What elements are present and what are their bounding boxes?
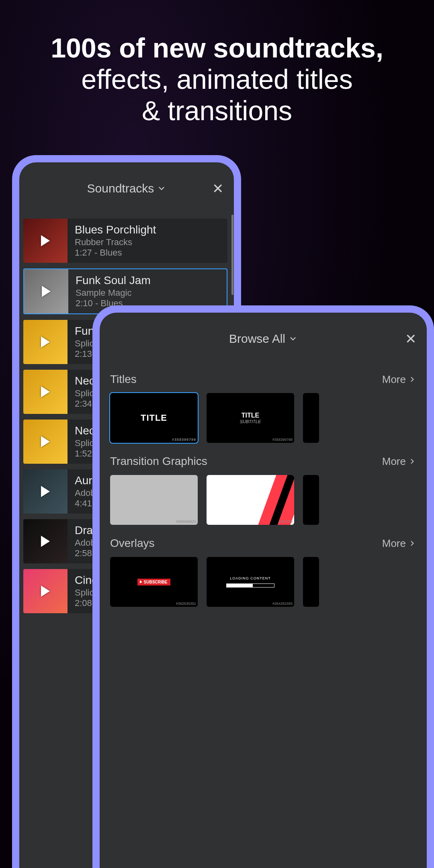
browse-section: TitlesMoreTITLE#358399789TITLESUBTITLE#3… xyxy=(100,365,427,447)
scrollbar[interactable] xyxy=(231,215,233,295)
progress-bar xyxy=(226,583,274,588)
asset-card[interactable] xyxy=(303,475,319,525)
section-title: Transition Graphics xyxy=(110,455,207,468)
asset-card[interactable]: #358399823 xyxy=(110,475,198,525)
play-icon xyxy=(41,585,50,597)
card-row: TITLE#358399789TITLESUBTITLE#358399788 xyxy=(110,393,416,443)
play-icon xyxy=(41,336,50,348)
card-id-tag: #362635351 xyxy=(176,602,196,606)
browse-header[interactable]: Browse All ✕ xyxy=(100,313,427,365)
section-title: Titles xyxy=(110,373,137,386)
asset-card[interactable]: SUBSCRIBE#362635351 xyxy=(110,557,198,607)
track-thumb[interactable] xyxy=(23,420,68,464)
card-id-tag: #358399789 xyxy=(172,438,196,442)
headline-line-2: effects, animated titles xyxy=(81,64,352,94)
asset-card[interactable]: LOADING CONTENT#264281555 xyxy=(207,557,294,607)
card-row: SUBSCRIBE#362635351LOADING CONTENT#26428… xyxy=(110,557,416,607)
asset-card[interactable]: TITLE#358399789 xyxy=(110,393,198,443)
track-meta: Funk Soul JamSample Magic2:10 - Blues xyxy=(68,274,151,309)
chevron-right-icon xyxy=(408,375,416,383)
browse-section: Transition GraphicsMore#358399823#282367… xyxy=(100,447,427,529)
track-row[interactable]: Blues PorchlightRubber Tracks1:27 - Blue… xyxy=(23,219,227,263)
play-icon xyxy=(140,580,142,583)
track-thumb[interactable] xyxy=(24,269,68,313)
track-thumb[interactable] xyxy=(23,519,68,563)
headline-bold: 100s of new soundtracks, xyxy=(51,33,383,63)
card-text: LOADING CONTENT xyxy=(230,576,271,580)
section-title: Overlays xyxy=(110,537,154,550)
soundtracks-header-label: Soundtracks xyxy=(87,182,154,195)
track-artist: Sample Magic xyxy=(76,288,151,298)
browse-body: TitlesMoreTITLE#358399789TITLESUBTITLE#3… xyxy=(100,365,427,868)
more-label: More xyxy=(382,537,406,550)
track-thumb[interactable] xyxy=(23,569,68,613)
track-title: Funk Soul Jam xyxy=(76,274,151,287)
marketing-headline: 100s of new soundtracks, effects, animat… xyxy=(0,0,434,127)
chevron-down-icon xyxy=(289,334,297,343)
card-row: #358399823#282367979 xyxy=(110,475,416,525)
browse-panel: Browse All ✕ TitlesMoreTITLE#358399789TI… xyxy=(92,305,434,868)
subscribe-pill: SUBSCRIBE xyxy=(137,579,171,585)
play-icon xyxy=(41,486,50,497)
card-id-tag: #358399788 xyxy=(272,438,293,442)
more-label: More xyxy=(382,373,406,386)
track-meta: Blues PorchlightRubber Tracks1:27 - Blue… xyxy=(68,223,156,258)
more-button[interactable]: More xyxy=(382,373,416,386)
card-subtext: SUBTITLE xyxy=(240,419,261,424)
asset-card[interactable]: TITLESUBTITLE#358399788 xyxy=(207,393,294,443)
chevron-right-icon xyxy=(408,539,416,547)
play-icon xyxy=(41,536,50,547)
headline-line-3: & transitions xyxy=(142,95,292,126)
asset-card[interactable] xyxy=(303,557,319,607)
track-thumb[interactable] xyxy=(23,469,68,514)
play-icon xyxy=(41,235,50,246)
chevron-down-icon xyxy=(157,184,166,193)
track-duration-genre: 1:27 - Blues xyxy=(75,248,156,258)
card-id-tag: #358399823 xyxy=(176,520,196,524)
card-text: TITLE xyxy=(141,413,167,423)
asset-card[interactable]: #282367979 xyxy=(207,475,294,525)
chevron-right-icon xyxy=(408,457,416,465)
soundtracks-header[interactable]: Soundtracks ✕ xyxy=(19,162,234,215)
play-icon xyxy=(41,386,50,397)
more-button[interactable]: More xyxy=(382,537,416,550)
browse-header-label: Browse All xyxy=(229,332,285,346)
track-thumb[interactable] xyxy=(23,370,68,414)
more-button[interactable]: More xyxy=(382,455,416,468)
track-thumb[interactable] xyxy=(23,320,68,364)
asset-card[interactable] xyxy=(303,393,319,443)
browse-section: OverlaysMoreSUBSCRIBE#362635351LOADING C… xyxy=(100,529,427,611)
close-icon[interactable]: ✕ xyxy=(212,180,223,197)
more-label: More xyxy=(382,455,406,468)
close-icon[interactable]: ✕ xyxy=(405,331,416,347)
play-icon xyxy=(41,436,50,447)
card-text: SUBSCRIBE xyxy=(144,580,168,584)
track-thumb[interactable] xyxy=(23,219,68,263)
play-icon xyxy=(42,286,51,297)
card-id-tag: #264281555 xyxy=(272,602,293,606)
card-text: TITLE xyxy=(242,412,259,419)
track-title: Blues Porchlight xyxy=(75,223,156,236)
card-id-tag: #282367979 xyxy=(272,520,293,524)
track-artist: Rubber Tracks xyxy=(75,237,156,248)
